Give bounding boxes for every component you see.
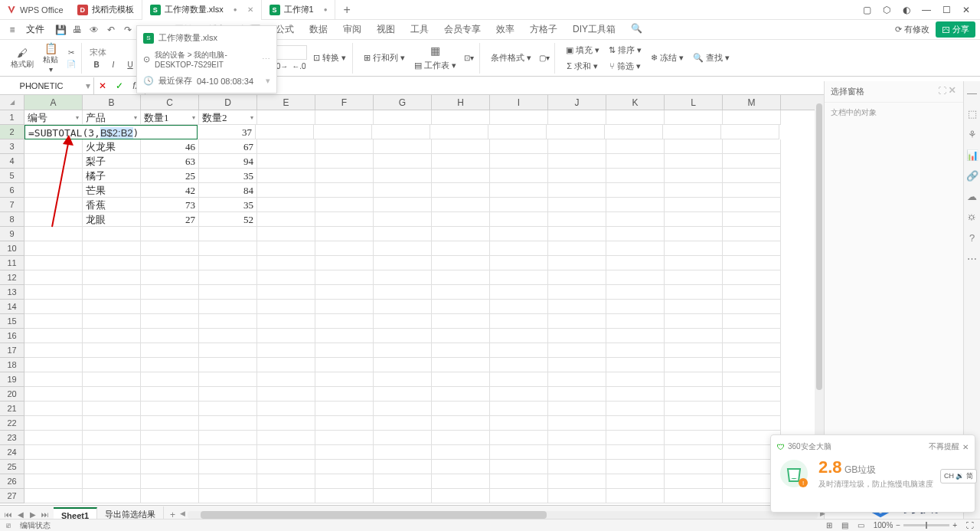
cell-J10[interactable] — [548, 241, 606, 256]
cell-F23[interactable] — [315, 431, 374, 445]
cell-K27[interactable] — [606, 489, 665, 503]
cell-I21[interactable] — [490, 402, 548, 416]
cell-J1[interactable] — [548, 110, 606, 125]
sort-button[interactable]: ⇅排序▾ — [606, 43, 645, 57]
cell-K26[interactable] — [606, 474, 665, 489]
freeze-button[interactable]: ❄冻结▾ — [648, 51, 687, 65]
cell-J11[interactable] — [548, 256, 606, 270]
row-header-25[interactable]: 25 — [0, 460, 24, 474]
cell-C12[interactable] — [141, 270, 199, 285]
cell-H8[interactable] — [432, 212, 490, 227]
cell-J7[interactable] — [548, 198, 606, 212]
cell-L25[interactable] — [665, 460, 723, 474]
cell-L21[interactable] — [665, 402, 723, 416]
cell-B4[interactable]: 梨子 — [83, 154, 141, 169]
cell-B24[interactable] — [83, 445, 141, 460]
row-header-1[interactable]: 1 — [0, 110, 24, 125]
cell-K13[interactable] — [606, 285, 665, 300]
cell-I2[interactable] — [488, 125, 547, 139]
cell-B14[interactable] — [83, 300, 141, 314]
tab-member[interactable]: 会员专享 — [438, 20, 487, 39]
cell-D3[interactable]: 67 — [199, 139, 257, 154]
cell-B6[interactable]: 芒果 — [83, 183, 141, 198]
cell-L23[interactable] — [665, 431, 723, 445]
next-sheet-icon[interactable]: ▶ — [28, 510, 38, 519]
cell-J25[interactable] — [548, 460, 606, 474]
cell-style-icon[interactable]: ▢▾ — [537, 53, 551, 63]
cell-F9[interactable] — [315, 227, 374, 241]
copy-icon[interactable]: 📄 — [64, 59, 78, 69]
col-header-H[interactable]: H — [432, 95, 490, 110]
cell-A23[interactable] — [24, 431, 83, 445]
style-icon[interactable]: ⚘ — [968, 129, 977, 140]
tab-fangezi[interactable]: 方格子 — [524, 20, 564, 39]
close-icon[interactable]: ✕ — [962, 443, 969, 451]
cell-G2[interactable] — [372, 125, 430, 139]
cell-I22[interactable] — [490, 416, 548, 431]
cell-F3[interactable] — [315, 139, 374, 154]
find-button[interactable]: 🔍查找▾ — [690, 51, 733, 65]
cell-I16[interactable] — [490, 329, 548, 343]
cell-C27[interactable] — [141, 489, 199, 503]
cell-E8[interactable] — [257, 212, 315, 227]
cell-C25[interactable] — [141, 460, 199, 474]
cell-F14[interactable] — [315, 300, 374, 314]
cell-H14[interactable] — [432, 300, 490, 314]
cell-G27[interactable] — [374, 489, 432, 503]
col-header-I[interactable]: I — [490, 95, 548, 110]
cell-F8[interactable] — [315, 212, 374, 227]
hamburger-icon[interactable]: ≡ — [5, 22, 20, 38]
settings-icon[interactable]: ⛭ — [967, 211, 977, 223]
cell-F22[interactable] — [315, 416, 374, 431]
row-header-4[interactable]: 4 — [0, 154, 24, 169]
cell-A22[interactable] — [24, 416, 83, 431]
cell-E4[interactable] — [257, 154, 315, 169]
cell-D2[interactable]: 37 — [198, 125, 256, 139]
cell-E11[interactable] — [257, 256, 315, 270]
cell-J9[interactable] — [548, 227, 606, 241]
cell-D4[interactable]: 94 — [199, 154, 257, 169]
cell-B25[interactable] — [83, 460, 141, 474]
cell-I12[interactable] — [490, 270, 548, 285]
cell-J4[interactable] — [548, 154, 606, 169]
cell-I6[interactable] — [490, 183, 548, 198]
prev-sheet-icon[interactable]: ◀ — [15, 510, 26, 519]
cell-I9[interactable] — [490, 227, 548, 241]
cell-J14[interactable] — [548, 300, 606, 314]
backup-icon[interactable]: ☁ — [967, 191, 977, 202]
cell-G21[interactable] — [374, 402, 432, 416]
cell-G18[interactable] — [374, 358, 432, 372]
cell-B17[interactable] — [83, 343, 141, 358]
cell-E6[interactable] — [257, 183, 315, 198]
cell-L24[interactable] — [665, 445, 723, 460]
cell-C15[interactable] — [141, 314, 199, 329]
cell-I19[interactable] — [490, 372, 548, 387]
cell-M20[interactable] — [723, 387, 781, 402]
col-header-K[interactable]: K — [606, 95, 665, 110]
cell-H9[interactable] — [432, 227, 490, 241]
cell-C23[interactable] — [141, 431, 199, 445]
cell-J17[interactable] — [548, 343, 606, 358]
cell-C18[interactable] — [141, 358, 199, 372]
cell-M9[interactable] — [723, 227, 781, 241]
italic-button[interactable]: I — [106, 60, 120, 70]
cell-L27[interactable] — [665, 489, 723, 503]
preview-icon[interactable]: 👁 — [87, 23, 101, 37]
filter-arrow-icon[interactable]: ▾ — [192, 110, 195, 125]
fullscreen-icon[interactable]: ⛶ — [966, 521, 974, 529]
cell-M11[interactable] — [723, 256, 781, 270]
cell-I10[interactable] — [490, 241, 548, 256]
cell-E2[interactable] — [256, 125, 314, 139]
cell-A6[interactable] — [24, 183, 83, 198]
cell-J15[interactable] — [548, 314, 606, 329]
cell-E22[interactable] — [257, 416, 315, 431]
cell-E23[interactable] — [257, 431, 315, 445]
cell-H21[interactable] — [432, 402, 490, 416]
cell-C22[interactable] — [141, 416, 199, 431]
cell-E3[interactable] — [257, 139, 315, 154]
cell-F26[interactable] — [315, 474, 374, 489]
cell-E16[interactable] — [257, 329, 315, 343]
cell-C24[interactable] — [141, 445, 199, 460]
cell-G25[interactable] — [374, 460, 432, 474]
cell-A11[interactable] — [24, 256, 83, 270]
